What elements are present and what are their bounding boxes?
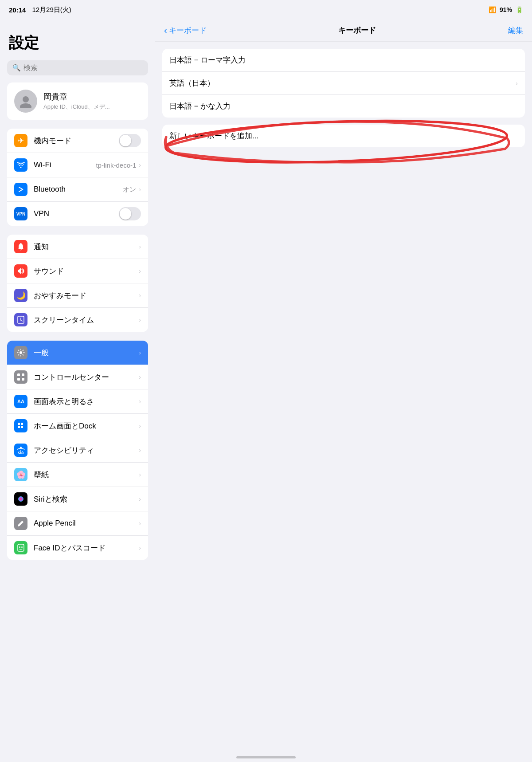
wallpaper-icon: 🌸 <box>14 468 27 481</box>
sidebar-item-notifications[interactable]: 通知 › <box>7 235 148 259</box>
sidebar-item-airplane[interactable]: ✈ 機内モード <box>7 129 148 153</box>
donotdisturb-icon: 🌙 <box>14 289 27 302</box>
svg-rect-14 <box>18 544 24 551</box>
sidebar-item-sound[interactable]: サウンド › <box>7 259 148 283</box>
add-keyboard-section-wrapper: 新しいキーボードを追加... <box>162 125 525 147</box>
accessibility-icon <box>14 444 27 457</box>
vpn-toggle-area <box>119 207 141 220</box>
airplane-label: 機内モード <box>34 136 113 146</box>
battery-icon: 🔋 <box>516 6 523 13</box>
keyboard-item-english-japan[interactable]: 英語（日本） › <box>162 72 525 95</box>
sidebar-item-applepencil[interactable]: Apple Pencil › <box>7 511 148 536</box>
wallpaper-label: 壁紙 <box>34 470 133 480</box>
profile-name: 岡貴章 <box>43 91 110 102</box>
wifi-settings-icon <box>14 158 27 172</box>
back-label: キーボード <box>169 25 207 35</box>
wallpaper-chevron: › <box>139 471 141 478</box>
sound-chevron: › <box>139 267 141 275</box>
sidebar-item-faceid[interactable]: Face IDとパスコード › <box>7 536 148 560</box>
svg-point-3 <box>20 351 22 354</box>
nav-back-button[interactable]: ‹ キーボード <box>164 25 207 35</box>
svg-point-1 <box>20 103 31 108</box>
keyboard-item-japanese-roman[interactable]: 日本語 − ローマ字入力 <box>162 49 525 72</box>
svg-rect-8 <box>18 423 20 425</box>
keyboard-japanese-roman-label: 日本語 − ローマ字入力 <box>169 55 518 65</box>
siri-chevron: › <box>139 495 141 503</box>
homescreen-chevron: › <box>139 422 141 429</box>
settings-group-connectivity: ✈ 機内モード Wi-Fi tp-link-deco-1 › <box>7 129 148 226</box>
general-label: 一般 <box>34 348 133 358</box>
sound-icon <box>14 264 27 278</box>
wifi-value: tp-link-deco-1 <box>96 161 136 169</box>
sidebar-title: 設定 <box>0 28 155 60</box>
status-bar: 20:14 12月29日(火) 📶 91% 🔋 <box>0 0 532 20</box>
applepencil-chevron: › <box>139 520 141 527</box>
sidebar-item-display[interactable]: AA 画面表示と明るさ › <box>7 389 148 414</box>
bluetooth-label: Bluetooth <box>34 185 117 194</box>
settings-group-system: 通知 › サウンド › 🌙 おやすみモード › スクリーンタイム › <box>7 235 148 332</box>
faceid-icon <box>14 541 27 554</box>
display-chevron: › <box>139 398 141 405</box>
svg-point-0 <box>23 96 29 102</box>
sidebar-item-wifi[interactable]: Wi-Fi tp-link-deco-1 › <box>7 153 148 177</box>
status-time: 20:14 <box>9 6 26 14</box>
donotdisturb-chevron: › <box>139 292 141 299</box>
right-panel: ‹ キーボード キーボード 編集 日本語 − ローマ字入力 英語（日本） › 日… <box>155 20 532 762</box>
keyboard-list: 日本語 − ローマ字入力 英語（日本） › 日本語 − かな入力 <box>162 49 525 118</box>
search-input[interactable] <box>23 64 143 72</box>
avatar <box>14 90 37 113</box>
edit-button[interactable]: 編集 <box>508 25 523 35</box>
bluetooth-value: オン <box>123 185 136 194</box>
profile-card[interactable]: 岡貴章 Apple ID、iCloud、メデ... <box>7 82 148 120</box>
applepencil-icon <box>14 517 27 530</box>
sidebar-item-donotdisturb[interactable]: 🌙 おやすみモード › <box>7 283 148 308</box>
sidebar-item-accessibility[interactable]: アクセシビリティ › <box>7 438 148 463</box>
profile-info: 岡貴章 Apple ID、iCloud、メデ... <box>43 91 110 111</box>
svg-rect-6 <box>17 378 20 381</box>
right-panel-title: キーボード <box>207 25 508 35</box>
vpn-toggle[interactable] <box>119 207 141 220</box>
controlcenter-chevron: › <box>139 373 141 381</box>
siri-label: Siriと検索 <box>34 494 133 504</box>
back-chevron-icon: ‹ <box>164 25 167 35</box>
sidebar-item-vpn[interactable]: VPN VPN <box>7 202 148 226</box>
display-label: 画面表示と明るさ <box>34 397 133 407</box>
svg-point-15 <box>19 546 20 548</box>
bluetooth-chevron: › <box>139 186 141 193</box>
bluetooth-value-area: オン › <box>123 185 141 194</box>
status-right: 📶 91% 🔋 <box>489 6 523 13</box>
keyboard-english-japan-label: 英語（日本） <box>169 78 516 88</box>
sidebar-item-general[interactable]: 一般 › <box>7 341 148 365</box>
search-bar[interactable]: 🔍 <box>7 60 148 75</box>
status-date: 12月29日(火) <box>32 6 71 14</box>
add-keyboard-button[interactable]: 新しいキーボードを追加... <box>162 125 525 147</box>
sidebar-item-screentime[interactable]: スクリーンタイム › <box>7 308 148 332</box>
controlcenter-label: コントロールセンター <box>34 372 133 382</box>
airplane-toggle[interactable] <box>119 134 141 147</box>
main-layout: 設定 🔍 岡貴章 Apple ID、iCloud、メデ... ✈ 機内モード <box>0 20 532 762</box>
sidebar-item-bluetooth[interactable]: Bluetooth オン › <box>7 177 148 202</box>
sidebar-item-controlcenter[interactable]: コントロールセンター › <box>7 365 148 389</box>
sidebar-item-homescreen[interactable]: ホーム画面とDock › <box>7 414 148 438</box>
general-icon <box>14 346 27 359</box>
settings-group-general: 一般 › コントロールセンター › AA 画面表示と明るさ › ホーム画面とDo… <box>7 341 148 560</box>
sidebar-item-wallpaper[interactable]: 🌸 壁紙 › <box>7 463 148 487</box>
svg-rect-10 <box>18 426 20 428</box>
homescreen-label: ホーム画面とDock <box>34 421 133 431</box>
keyboard-english-chevron-icon: › <box>516 80 518 87</box>
screentime-icon <box>14 313 27 326</box>
general-chevron: › <box>139 349 141 356</box>
svg-rect-7 <box>22 378 24 381</box>
search-icon: 🔍 <box>12 64 21 72</box>
homescreen-icon <box>14 419 27 432</box>
screentime-chevron: › <box>139 316 141 323</box>
applepencil-label: Apple Pencil <box>34 519 133 528</box>
keyboard-item-japanese-kana[interactable]: 日本語 − かな入力 <box>162 95 525 118</box>
sidebar-item-siri[interactable]: Siriと検索 › <box>7 487 148 511</box>
controlcenter-icon <box>14 370 27 384</box>
wifi-chevron: › <box>139 161 141 169</box>
wifi-label: Wi-Fi <box>34 161 90 169</box>
svg-rect-4 <box>17 373 20 376</box>
airplane-toggle-area <box>119 134 141 147</box>
svg-rect-9 <box>21 423 23 425</box>
